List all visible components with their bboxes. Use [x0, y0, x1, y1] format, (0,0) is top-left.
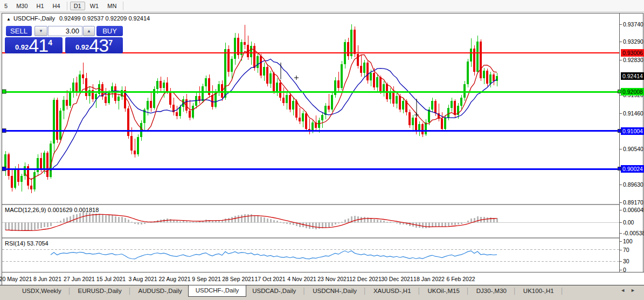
timeframe-button-h4[interactable]: H4 [49, 2, 64, 10]
macd-histogram-bar [328, 222, 330, 227]
candle-body [402, 101, 404, 110]
chart-tab-audusd[interactable]: AUDUSD-,Daily [133, 286, 188, 296]
macd-histogram-bar [348, 219, 349, 222]
price-tick-label: 0.89170 [623, 199, 643, 206]
candle-body [134, 151, 136, 154]
macd-histogram-bar [231, 217, 233, 222]
price-axis[interactable]: 0.937400.932900.928300.919200.914600.905… [620, 13, 644, 272]
candle [334, 77, 336, 98]
line-handle[interactable] [2, 167, 6, 171]
chart-tab-dj30[interactable]: DJ30-,M30 [470, 286, 513, 296]
macd-histogram-bar [377, 220, 378, 222]
candle [276, 78, 278, 96]
date-axis[interactable]: 20 May 20218 Jun 202127 Jun 202115 Jul 2… [2, 272, 644, 285]
candle-body [20, 176, 23, 182]
macd-histogram-bar [425, 222, 427, 228]
buy-price-prefix: 0.92 [75, 43, 89, 51]
tab-scroll-arrows[interactable]: ◄► [620, 288, 641, 293]
candle-body [496, 76, 498, 81]
candle [20, 174, 23, 191]
date-tick-label: 23 Nov 2021 [317, 276, 350, 282]
candle-body [79, 74, 81, 92]
macd-histogram-bar [128, 220, 129, 222]
price-level-badge: 0.92008 [621, 88, 644, 96]
candle-body [130, 136, 133, 151]
macd-histogram-bar [34, 222, 36, 230]
macd-histogram-bar [37, 222, 39, 229]
candle-body [357, 54, 359, 66]
toolbar-separator [67, 2, 67, 10]
candle-body [250, 46, 252, 57]
macd-histogram-bar [183, 221, 184, 222]
macd-histogram-bar [461, 222, 462, 224]
sell-button[interactable]: SELL [6, 26, 32, 36]
candle-body [189, 111, 191, 117]
candle-body [483, 71, 485, 78]
candle [8, 153, 10, 180]
chart-tab-xauusd[interactable]: XAUUSD-,H1 [368, 286, 417, 296]
candle-body [376, 77, 378, 87]
timeframe-button-mn[interactable]: MN [103, 2, 120, 10]
macd-histogram-bar [393, 222, 394, 223]
volume-input[interactable]: 3.00 [48, 26, 82, 36]
macd-histogram-bar [318, 222, 320, 229]
buy-quote-display[interactable]: 0.92437 [65, 37, 123, 53]
macd-histogram-bar [24, 222, 26, 230]
macd-histogram-bar [315, 222, 317, 229]
chart-tab-usdx[interactable]: USDX,Weekly [16, 286, 67, 296]
macd-histogram-bar [121, 217, 123, 222]
tab-scroll-left-icon[interactable]: ◄ [620, 288, 631, 293]
candle [231, 56, 233, 79]
rsi-plot[interactable] [2, 238, 619, 272]
line-handle[interactable] [618, 90, 621, 93]
candle [211, 85, 213, 110]
timeframe-button-m30[interactable]: M30 [12, 2, 31, 10]
candle-body [328, 106, 330, 110]
candle [160, 77, 162, 92]
sell-price-point: 4 [48, 38, 52, 47]
candle [463, 81, 466, 100]
chart-tab-ukoil[interactable]: UKOil-,M15 [421, 286, 465, 296]
line-handle[interactable] [618, 167, 621, 171]
chart-tab-usdcnh[interactable]: USDCNH-,Daily [307, 286, 363, 296]
candle-body [85, 78, 87, 96]
candle [341, 61, 343, 90]
line-handle[interactable] [2, 129, 6, 133]
candle-body [53, 100, 55, 144]
candle [421, 122, 424, 137]
date-tick-label: 9 Sep 2021 [192, 276, 221, 282]
chart-tab-uk100[interactable]: UK100-,H1 [517, 286, 560, 296]
macd-histogram-bar [99, 214, 100, 222]
candle-body [75, 83, 78, 92]
candle [408, 110, 411, 128]
macd-histogram-bar [150, 222, 152, 223]
line-handle[interactable] [2, 90, 6, 93]
tab-scroll-right-icon[interactable]: ► [631, 288, 641, 293]
timeframe-button-w1[interactable]: W1 [86, 2, 103, 10]
candle-body [360, 66, 362, 73]
macd-histogram-bar [134, 222, 136, 224]
timeframe-button-d1[interactable]: D1 [70, 2, 85, 10]
sell-quote-display[interactable]: 0.92414 [5, 37, 63, 53]
candle-body [302, 113, 304, 121]
macd-histogram-bar [344, 220, 346, 222]
chart-tab-eurusd[interactable]: EURUSD-,Daily [72, 286, 128, 296]
candle [121, 86, 123, 100]
candle-body [431, 101, 433, 110]
candle-body [211, 95, 213, 107]
macd-histogram-bar [386, 222, 388, 222]
timeframe-button-h1[interactable]: H1 [33, 2, 48, 10]
chart-tab-usdcad[interactable]: USDCAD-,Daily [246, 286, 302, 296]
price-level-badge: 0.92414 [621, 72, 644, 80]
macd-histogram-bar [118, 217, 120, 222]
macd-histogram-bar [273, 220, 275, 222]
chart-tab-usdchf[interactable]: USDCHF-,Daily [188, 285, 247, 297]
candle-body [399, 96, 401, 110]
line-handle[interactable] [618, 129, 621, 133]
candle [263, 63, 265, 81]
macd-tick-label: 0.00 [623, 219, 634, 226]
candle-body [163, 83, 165, 88]
timeframe-button-5[interactable]: 5 [1, 2, 11, 10]
candle-body [72, 83, 74, 92]
candle-body [40, 158, 42, 170]
